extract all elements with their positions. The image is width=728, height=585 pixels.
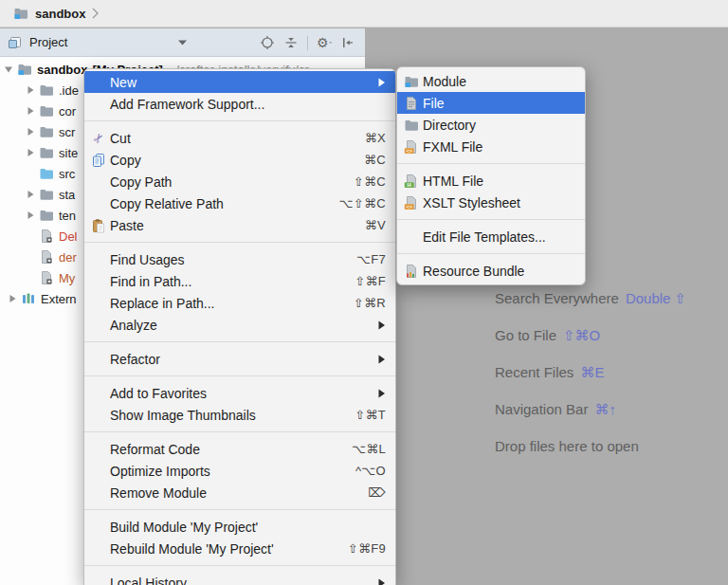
hint-shortcut: ⌘E (580, 364, 604, 380)
menu-item-label: Copy (110, 153, 141, 168)
menu-item-label: Optimize Imports (110, 464, 210, 479)
menu-item-paste[interactable]: Paste⌘V (84, 214, 395, 236)
menu-item-show-image-thumbnails[interactable]: Show Image Thumbnails⇧⌘T (84, 404, 395, 426)
menu-item-label: Reformat Code (110, 442, 200, 457)
hint-label: Search Everywhere (495, 290, 619, 306)
menu-item-reformat-code[interactable]: Reformat Code⌥⌘L (84, 438, 395, 460)
hint-shortcut: ⇧⌘O (563, 327, 600, 343)
hint-label: Drop files here to open (495, 438, 639, 454)
hint-label: Go to File (495, 327, 556, 343)
tree-item-label: ten (59, 209, 76, 223)
menu-item-copy-path[interactable]: Copy Path⇧⌘C (84, 171, 395, 192)
collapsed-arrow-icon[interactable] (22, 106, 39, 116)
hint-shortcut: ⌘↑ (594, 401, 616, 417)
submenu-arrow-icon (377, 388, 386, 399)
menu-item-replace-in-path[interactable]: Replace in Path...⇧⌘R (84, 292, 395, 314)
fxml-file-icon: <> (403, 139, 420, 155)
collapsed-arrow-icon[interactable] (4, 294, 21, 303)
tree-item-label: site (59, 146, 78, 160)
menu-item-add-to-favorites[interactable]: Add to Favorites (84, 382, 395, 404)
menu-separator (397, 157, 585, 170)
project-panel-header: Project ⚙ (0, 28, 365, 57)
menu-item-find-in-path[interactable]: Find in Path...⇧⌘F (84, 270, 395, 292)
menu-item-fxml-file[interactable]: <>FXML File (397, 136, 585, 157)
menu-item-label: Module (423, 74, 466, 89)
menu-item-edit-file-templates[interactable]: Edit File Templates... (397, 226, 585, 247)
menu-item-remove-module[interactable]: Remove Module⌦ (84, 482, 395, 503)
menu-item-shortcut: ⌥F7 (343, 252, 386, 266)
project-folder-icon (13, 6, 28, 21)
folder-icon (39, 187, 54, 202)
menu-item-icon-slot (90, 75, 107, 90)
menu-item-icon-slot (403, 229, 420, 245)
hint-navigation-bar: Navigation Bar⌘↑ (495, 401, 686, 438)
menu-item-label: Resource Bundle (423, 264, 524, 279)
menu-item-label: Local History (110, 576, 187, 585)
tree-item-label: der (59, 250, 77, 265)
tree-item-label: scr (59, 125, 75, 139)
menu-item-xslt-stylesheet[interactable]: <>XSLT Stylesheet (397, 192, 585, 213)
project-dropdown-caret[interactable] (178, 40, 187, 46)
collapsed-arrow-icon[interactable] (22, 190, 39, 199)
module-folder-icon (403, 74, 420, 89)
menu-item-shortcut: ⌥⌘L (338, 442, 386, 456)
hint-recent-files: Recent Files⌘E (495, 364, 686, 401)
file-icon (403, 96, 420, 111)
menu-item-icon-slot (90, 352, 107, 367)
tree-item-label: sta (59, 188, 75, 202)
collapsed-arrow-icon[interactable] (22, 148, 39, 157)
breadcrumb-project[interactable]: sandbox (35, 7, 85, 21)
menu-item-optimize-imports[interactable]: Optimize Imports^⌥O (84, 460, 395, 482)
menu-item-rebuild-module-my-project[interactable]: Rebuild Module 'My Project'⇧⌘F9 (84, 538, 395, 559)
chevron-right-icon (92, 8, 99, 19)
hint-shortcut: Double ⇧ (626, 290, 686, 306)
menu-item-refactor[interactable]: Refactor (84, 348, 395, 370)
paste-icon (90, 218, 107, 233)
menu-item-cut[interactable]: ✂Cut⌘X (84, 127, 395, 149)
menu-item-icon-slot (90, 520, 107, 535)
menu-item-copy[interactable]: Copy⌘C (84, 149, 395, 171)
menu-item-icon-slot (90, 318, 107, 333)
menu-item-label: XSLT Stylesheet (423, 195, 520, 210)
locate-icon[interactable] (260, 35, 275, 50)
xslt-file-icon: <> (403, 195, 420, 210)
menu-item-add-framework-support[interactable]: Add Framework Support... (84, 93, 395, 115)
hide-panel-icon[interactable] (340, 35, 355, 50)
folder-icon (39, 145, 54, 160)
tree-item-label: My (59, 271, 75, 285)
module-file-icon (39, 249, 54, 265)
folder-icon (39, 103, 54, 119)
html-file-icon: H (403, 174, 420, 189)
panel-toolbar: ⚙ (260, 28, 355, 57)
menu-item-shortcut: ⇧⌘F9 (335, 541, 386, 556)
menu-item-label: Show Image Thumbnails (110, 408, 256, 423)
menu-item-icon-slot (90, 485, 107, 501)
breadcrumb-bar: sandbox (0, 0, 728, 27)
menu-item-module[interactable]: Module (397, 70, 585, 92)
menu-item-html-file[interactable]: HHTML File (397, 170, 585, 192)
collapsed-arrow-icon[interactable] (22, 127, 39, 137)
menu-item-directory[interactable]: Directory (397, 114, 585, 136)
menu-item-local-history[interactable]: Local History (84, 572, 395, 585)
menu-item-shortcut: ⇧⌘T (341, 408, 386, 422)
menu-item-icon-slot (90, 296, 107, 311)
collapsed-arrow-icon[interactable] (22, 85, 39, 95)
collapse-all-icon[interactable] (283, 35, 299, 50)
menu-item-icon-slot (90, 97, 107, 112)
collapsed-arrow-icon[interactable] (22, 210, 39, 220)
menu-item-find-usages[interactable]: Find Usages⌥F7 (84, 248, 395, 270)
menu-item-build-module-my-project[interactable]: Build Module 'My Project' (84, 516, 395, 538)
menu-item-label: Rebuild Module 'My Project' (110, 541, 274, 557)
menu-item-icon-slot (90, 541, 107, 557)
menu-item-copy-relative-path[interactable]: Copy Relative Path⌥⇧⌘C (84, 192, 395, 214)
menu-separator (84, 236, 395, 248)
menu-item-shortcut: ⌦ (355, 485, 386, 500)
folder-icon (403, 118, 420, 133)
expanded-arrow-icon[interactable] (0, 64, 17, 74)
settings-icon[interactable]: ⚙ (317, 35, 332, 50)
menu-item-label: Edit File Templates... (423, 229, 546, 245)
menu-item-analyze[interactable]: Analyze (84, 314, 395, 336)
menu-item-resource-bundle[interactable]: Resource Bundle (397, 260, 585, 282)
menu-item-file[interactable]: File (397, 92, 585, 114)
menu-item-new[interactable]: New (84, 71, 395, 93)
